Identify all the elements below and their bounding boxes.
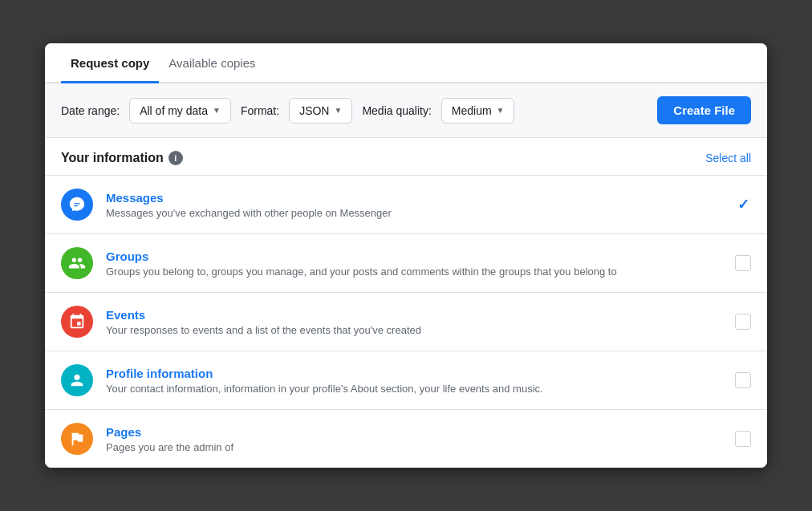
date-range-value: All of my data [140,104,208,117]
groups-icon [61,247,93,279]
content-area: Your information i Select all MessagesMe… [45,138,767,468]
profile-information-title[interactable]: Profile information [106,367,722,380]
tab-request-copy[interactable]: Request copy [61,43,159,83]
date-range-label: Date range: [61,104,120,117]
groups-title[interactable]: Groups [106,249,722,263]
messages-text: MessagesMessages you've exchanged with o… [106,191,722,219]
format-label: Format: [241,104,279,117]
events-description: Your responses to events and a list of t… [106,324,722,336]
pages-checkbox[interactable] [735,431,751,447]
list-item-profile-information: Profile informationYour contact informat… [45,351,767,409]
toolbar: Date range: All of my data ▼ Format: JSO… [45,83,767,138]
profile-information-icon [61,364,93,396]
create-file-button[interactable]: Create File [657,96,751,124]
media-quality-label: Media quality: [362,104,431,117]
list-item-messages: MessagesMessages you've exchanged with o… [45,175,767,233]
list-item-groups: GroupsGroups you belong to, groups you m… [45,233,767,292]
tabs-bar: Request copy Available copies [45,43,767,83]
profile-information-text: Profile informationYour contact informat… [106,367,722,395]
section-header: Your information i Select all [45,138,767,175]
pages-icon [61,423,93,455]
groups-description: Groups you belong to, groups you manage,… [106,266,722,278]
events-text: EventsYour responses to events and a lis… [106,308,722,336]
section-title-group: Your information i [61,151,183,165]
media-quality-dropdown[interactable]: Medium ▼ [441,98,515,124]
date-range-dropdown[interactable]: All of my data ▼ [129,98,231,124]
groups-text: GroupsGroups you belong to, groups you m… [106,249,722,278]
messages-description: Messages you've exchanged with other peo… [106,207,722,219]
your-information-title: Your information [61,151,164,165]
pages-title[interactable]: Pages [106,425,722,439]
profile-information-description: Your contact information, information in… [106,383,722,395]
messages-checkbox[interactable]: ✓ [735,197,751,213]
media-quality-value: Medium [452,104,492,117]
pages-description: Pages you are the admin of [106,441,722,453]
tab-available-copies[interactable]: Available copies [159,43,265,83]
date-range-chevron-icon: ▼ [213,106,221,115]
messages-icon [61,189,93,221]
events-title[interactable]: Events [106,308,722,322]
events-checkbox[interactable] [735,314,751,330]
select-all-link[interactable]: Select all [705,152,751,164]
profile-information-checkbox[interactable] [735,372,751,388]
main-window: Request copy Available copies Date range… [45,43,767,468]
list-item-pages: PagesPages you are the admin of [45,409,767,468]
pages-text: PagesPages you are the admin of [106,425,722,453]
format-chevron-icon: ▼ [334,106,342,115]
format-value: JSON [299,104,329,117]
checkmark-icon: ✓ [737,196,749,213]
format-dropdown[interactable]: JSON ▼ [289,98,352,124]
items-list: MessagesMessages you've exchanged with o… [45,175,767,468]
info-icon[interactable]: i [168,151,183,165]
list-item-events: EventsYour responses to events and a lis… [45,292,767,351]
media-quality-chevron-icon: ▼ [497,106,505,115]
events-icon [61,306,93,338]
groups-checkbox[interactable] [735,255,751,271]
messages-title[interactable]: Messages [106,191,722,205]
